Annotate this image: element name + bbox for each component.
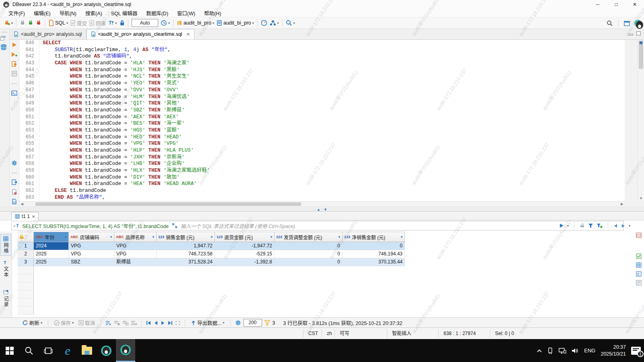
- code-line[interactable]: 653 WHEN t1.brandCode = 'HGS' THEN '蓝鲸': [19, 127, 625, 134]
- table-row[interactable]: 32025SBZ斯搏兹371,528.24-1,392.80370,135.44: [18, 258, 405, 266]
- code-line[interactable]: 652 WHEN t1.brandCode = 'BES' THEN '海一家': [19, 120, 625, 127]
- isolation-auto-box[interactable]: Auto: [132, 19, 158, 27]
- perspective-icon[interactable]: [624, 20, 631, 27]
- table-cell[interactable]: 746,194.43: [343, 250, 405, 258]
- export-result-icon[interactable]: [10, 177, 19, 187]
- table-cell[interactable]: 0: [343, 242, 405, 250]
- table-cell[interactable]: -529.15: [215, 250, 275, 258]
- table-cell[interactable]: 0: [275, 258, 343, 266]
- code-line[interactable]: 660 WHEN t1.brandCode = 'DIY' THEN '致加': [19, 174, 625, 181]
- result-settings-gear-icon[interactable]: [235, 320, 241, 326]
- menu-item-2[interactable]: 导航(N): [55, 9, 81, 17]
- execute-script-button[interactable]: [10, 59, 19, 69]
- result-view-tab-1[interactable]: T文本: [0, 258, 11, 279]
- code-line[interactable]: 662 ELSE t1.brandCode: [19, 187, 625, 194]
- chevron-down-icon[interactable]: ▾: [567, 224, 569, 228]
- output-console-button[interactable]: [10, 88, 19, 98]
- validate-file-icon[interactable]: [10, 187, 19, 197]
- scroll-right-arrow-icon[interactable]: ▶: [621, 202, 623, 206]
- network-button[interactable]: ▾: [268, 19, 280, 27]
- row-number[interactable]: 2: [18, 250, 34, 258]
- code-line[interactable]: 651 WHEN t1.brandCode = 'AEX' THEN 'AEX': [19, 114, 625, 121]
- results-tab[interactable]: t1 1 ✕: [11, 212, 39, 220]
- templates-file-icon[interactable]: (x): [10, 197, 19, 206]
- table-cell[interactable]: 0: [275, 250, 343, 258]
- task-view-button[interactable]: [39, 339, 58, 362]
- editor-settings-gear-icon[interactable]: [10, 158, 19, 168]
- table-cell[interactable]: 1,947.72: [157, 242, 215, 250]
- execute-new-tab-button[interactable]: [10, 49, 19, 59]
- table-cell[interactable]: 370,135.44: [343, 258, 405, 266]
- scrollbar-thumb[interactable]: [639, 41, 643, 69]
- table-cell[interactable]: 371,528.24: [157, 258, 215, 266]
- table-cell[interactable]: VPG: [114, 242, 157, 250]
- code-line[interactable]: 659 WHEN t1.brandCode = 'HLX' THEN '海澜之家…: [19, 167, 625, 174]
- column-header-1[interactable]: ABC店铺编码▼: [69, 232, 114, 242]
- maximize-button[interactable]: □: [607, 0, 625, 9]
- column-filter-arrow-icon[interactable]: ▼: [152, 235, 155, 239]
- usb-icon[interactable]: [547, 347, 553, 354]
- tab-analysis-cleartime-sql[interactable]: <audit_bi_pro> analysis_cleartime.sql ✕: [87, 29, 194, 39]
- code-line[interactable]: 658 WHEN t1.brandCode = 'LHB' THEN '企业购': [19, 160, 625, 167]
- minimize-editor-icon[interactable]: [629, 34, 633, 35]
- table-cell[interactable]: VPG: [114, 250, 157, 258]
- lock-toggle-button[interactable]: [118, 19, 126, 27]
- table-cell[interactable]: -1,947.72: [215, 242, 275, 250]
- table-cell[interactable]: 2025: [34, 250, 69, 258]
- table-cell[interactable]: 斯搏兹: [114, 258, 157, 266]
- delete-row-icon[interactable]: [131, 320, 137, 325]
- table-cell[interactable]: 2024: [34, 242, 69, 250]
- add-row-icon[interactable]: [114, 320, 120, 325]
- close-button[interactable]: ✕: [625, 0, 644, 9]
- code-line[interactable]: 645 WHEN t1.brandCode = 'NCL' THEN '男生女生…: [19, 73, 625, 80]
- export-data-button[interactable]: 导出数据... ▾: [190, 318, 225, 327]
- prev-row-icon[interactable]: [154, 321, 158, 325]
- table-cell[interactable]: -1,392.8: [215, 258, 275, 266]
- table-row[interactable]: 22025VPGVPG746,723.58-529.150746,194.43: [18, 250, 405, 258]
- filters-funnel-icon[interactable]: [588, 223, 593, 228]
- scrollbar-thumb[interactable]: [35, 202, 301, 206]
- expand-filter-icon[interactable]: [172, 223, 178, 228]
- panel-calc-icon[interactable]: Σ: [636, 271, 642, 277]
- maximize-editor-icon[interactable]: [636, 31, 641, 35]
- column-filter-arrow-icon[interactable]: ▼: [210, 235, 213, 239]
- column-header-4[interactable]: 123退货金额 (元)▼: [215, 232, 275, 242]
- panel-record-icon[interactable]: [636, 232, 642, 238]
- transaction-log-button[interactable]: T ▾: [107, 19, 118, 27]
- column-filter-arrow-icon[interactable]: ▼: [109, 235, 113, 239]
- menu-item-1[interactable]: 编辑(E): [29, 9, 55, 17]
- invalidate-button[interactable]: [35, 19, 43, 27]
- start-button[interactable]: [0, 339, 19, 362]
- column-header-5[interactable]: 123发货调整金额 (元)▼: [275, 232, 343, 242]
- code-line[interactable]: 644 WHEN t1.brandCode = 'HJS' THEN '黑鲸': [19, 67, 625, 74]
- result-view-tab-2[interactable]: 记录: [0, 288, 11, 309]
- taskbar-search-button[interactable]: [19, 339, 39, 362]
- goto-row-icon[interactable]: [175, 321, 180, 325]
- commit-button[interactable]: 提交: [69, 19, 88, 28]
- filter-history-forward-icon[interactable]: [621, 224, 625, 228]
- connection-selector[interactable]: audit_bi_pro ▾: [175, 19, 215, 27]
- panel-value-icon[interactable]: [636, 253, 642, 259]
- table-cell[interactable]: 2025: [34, 258, 69, 266]
- menu-item-3[interactable]: 搜索(A): [81, 9, 107, 17]
- tray-expand-chevron-icon[interactable]: [537, 349, 542, 353]
- row-number[interactable]: 3: [18, 258, 34, 266]
- apply-filter-play-icon[interactable]: [559, 223, 564, 228]
- column-filter-arrow-icon[interactable]: ▼: [400, 235, 403, 239]
- rollback-button[interactable]: 回滚: [88, 19, 107, 28]
- code-line[interactable]: 646 WHEN t1.brandCode = 'YEO' THEN '英式': [19, 80, 625, 87]
- code-line[interactable]: 654 WHEN t1.brandCode = 'HED' THEN 'HEAD…: [19, 134, 625, 141]
- code-line[interactable]: 663 END AS "品牌名称",: [19, 194, 625, 201]
- sql-search-button[interactable]: ▾: [285, 19, 296, 27]
- table-cell[interactable]: 0: [275, 242, 343, 250]
- editor-vertical-scrollbar[interactable]: ▼: [638, 40, 644, 201]
- results-tab-close-icon[interactable]: ✕: [32, 214, 35, 219]
- code-line[interactable]: 640SELECT: [19, 40, 625, 47]
- code-line[interactable]: 641 SUBSTR(t1.mgclearTime, 1, 4) AS "年份"…: [19, 47, 625, 53]
- scroll-left-arrow-icon[interactable]: ◀: [21, 202, 23, 206]
- refresh-button[interactable]: 刷新 ▾: [21, 318, 43, 327]
- dashboard-button[interactable]: [260, 19, 268, 27]
- code-line[interactable]: 650 WHEN t1.brandCode = 'SBZ' THEN '斯搏兹': [19, 107, 625, 114]
- quick-search-icon[interactable]: [607, 20, 613, 27]
- schema-selector[interactable]: audit_bi_pro ▾: [215, 19, 255, 27]
